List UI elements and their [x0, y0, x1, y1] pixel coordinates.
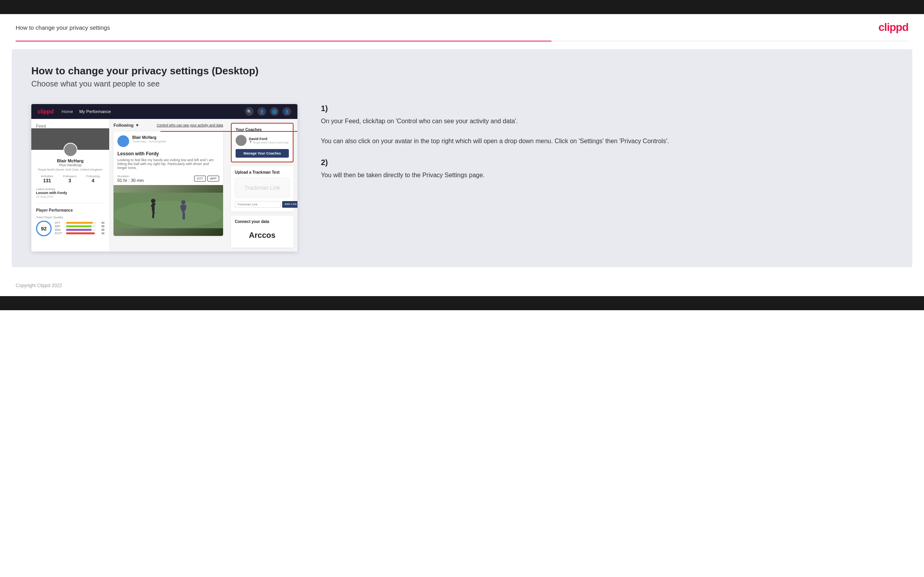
trackman-title: Upload a Trackman Test	[235, 170, 290, 174]
duration-row: Duration 01 hr : 30 min OTT APP	[113, 172, 223, 185]
step2-text: You will then be taken directly to the P…	[321, 170, 893, 180]
app-right-sidebar: Your Coaches David Ford 📍 Royal North De…	[227, 119, 297, 252]
clippd-logo: clippd	[879, 21, 908, 34]
tag-ott: OTT	[194, 176, 206, 182]
top-bar	[0, 0, 924, 14]
quality-metrics: OTT 90 APP 85 ARG	[55, 221, 104, 235]
avatar-icon[interactable]: 👤	[283, 107, 291, 116]
activity-image-svg	[113, 185, 223, 236]
trackman-link-display: Trackman Link	[235, 178, 290, 198]
activity-user-avatar	[117, 135, 129, 147]
activity-image	[113, 185, 223, 236]
search-icon[interactable]: 🔍	[245, 107, 254, 116]
player-performance: Player Performance Total Player Quality …	[36, 208, 104, 236]
stat-followers: Followers 3	[63, 174, 76, 183]
coach-club: 📍 Royal North Devon Golf Club	[249, 141, 288, 144]
globe-icon[interactable]: 🌐	[270, 107, 279, 116]
trackman-add-button[interactable]: Add Link	[282, 201, 297, 208]
connect-data-card: Connect your data Arccos	[231, 216, 294, 248]
manage-coaches-button[interactable]: Manage Your Coaches	[236, 149, 289, 158]
nav-link-performance[interactable]: My Performance	[79, 109, 111, 114]
instruction-step1: 1) On your Feed, click/tap on 'Control w…	[321, 104, 893, 146]
app-navbar: clippd Home My Performance 🔍 👤 🌐 👤	[31, 104, 297, 119]
svg-point-2	[151, 199, 155, 203]
app-main-feed: Following ▼ Control who can see your act…	[110, 119, 227, 252]
content-row: clippd Home My Performance 🔍 👤 🌐 👤 Feed	[31, 104, 893, 252]
profile-avatar	[63, 143, 77, 157]
tag-app: APP	[207, 176, 219, 182]
connect-title: Connect your data	[235, 219, 290, 224]
copyright-text: Copyright Clippd 2022	[16, 283, 62, 288]
coach-item: David Ford 📍 Royal North Devon Golf Club	[236, 135, 289, 146]
control-privacy-link[interactable]: Control who can see your activity and da…	[157, 123, 223, 127]
page-heading: How to change your privacy settings (Des…	[31, 65, 893, 77]
activity-meta: Yesterday · Sunningdale	[132, 140, 166, 143]
nav-link-home[interactable]: Home	[61, 109, 73, 114]
metric-ott: OTT 90	[55, 221, 104, 224]
metric-arg: ARG 86	[55, 228, 104, 231]
metric-putt: PUTT 96	[55, 232, 104, 235]
quality-row: 92 OTT 90 APP 85	[36, 221, 104, 236]
trackman-card: Upload a Trackman Test Trackman Link Add…	[231, 166, 294, 212]
profile-club: Royal North Devon Golf Club, United King…	[36, 168, 104, 171]
profile-card: Blair McHarg Plus Handicap Royal North D…	[36, 128, 104, 203]
following-button[interactable]: Following ▼	[113, 123, 139, 128]
metric-app: APP 85	[55, 225, 104, 228]
app-screenshot: clippd Home My Performance 🔍 👤 🌐 👤 Feed	[31, 104, 297, 252]
activity-card: Blair McHarg Yesterday · Sunningdale Les…	[113, 131, 223, 236]
app-body: Feed Blair McHarg Plus Handicap Royal No…	[31, 119, 297, 252]
trackman-input-row: Add Link	[235, 201, 290, 208]
step2-number: 2)	[321, 158, 893, 167]
app-nav-icons: 🔍 👤 🌐 👤	[245, 107, 291, 116]
quality-score: 92	[36, 221, 52, 236]
activity-header: Blair McHarg Yesterday · Sunningdale	[113, 131, 223, 151]
svg-point-1	[113, 201, 223, 228]
activity-description: Looking to feel like my hands are exitin…	[113, 158, 223, 170]
svg-point-7	[181, 200, 186, 204]
svg-rect-12	[184, 213, 185, 220]
app-sidebar: Feed Blair McHarg Plus Handicap Royal No…	[31, 119, 110, 252]
profile-name: Blair McHarg	[36, 158, 104, 163]
header-divider	[16, 41, 908, 41]
activity-title: Lesson with Fordy	[113, 151, 223, 156]
instruction-step2: 2) You will then be taken directly to th…	[321, 158, 893, 180]
stat-following: Following 4	[86, 174, 100, 183]
instructions-panel: 1) On your Feed, click/tap on 'Control w…	[313, 104, 893, 192]
header: How to change your privacy settings clip…	[0, 14, 924, 41]
main-content: How to change your privacy settings (Des…	[12, 49, 912, 267]
following-bar: Following ▼ Control who can see your act…	[113, 123, 223, 128]
coach-name: David Ford	[249, 137, 288, 141]
page-breadcrumb: How to change your privacy settings	[16, 24, 110, 31]
latest-activity: Latest Activity Lesson with Fordy 03 Aug…	[36, 187, 104, 198]
bottom-bar	[0, 296, 924, 310]
step1-number: 1)	[321, 104, 893, 113]
arccos-logo: Arccos	[235, 227, 290, 244]
person-icon[interactable]: 👤	[258, 107, 266, 116]
step1-text: On your Feed, click/tap on 'Control who …	[321, 116, 893, 146]
feed-label: Feed	[36, 124, 104, 128]
app-nav-links: Home My Performance	[61, 109, 111, 114]
profile-stats: Activities 131 Followers 3 Following 4	[36, 174, 104, 183]
stat-activities: Activities 131	[41, 174, 54, 183]
tag-row: OTT APP	[194, 176, 219, 182]
page-subheading: Choose what you want people to see	[31, 79, 893, 88]
coaches-card: Your Coaches David Ford 📍 Royal North De…	[231, 123, 294, 162]
profile-handicap: Plus Handicap	[36, 163, 104, 167]
app-logo: clippd	[38, 108, 54, 115]
activity-user-name: Blair McHarg	[132, 135, 166, 140]
coaches-title: Your Coaches	[236, 128, 289, 132]
coach-avatar	[236, 135, 247, 146]
footer: Copyright Clippd 2022	[0, 275, 924, 296]
trackman-input[interactable]	[235, 201, 281, 208]
